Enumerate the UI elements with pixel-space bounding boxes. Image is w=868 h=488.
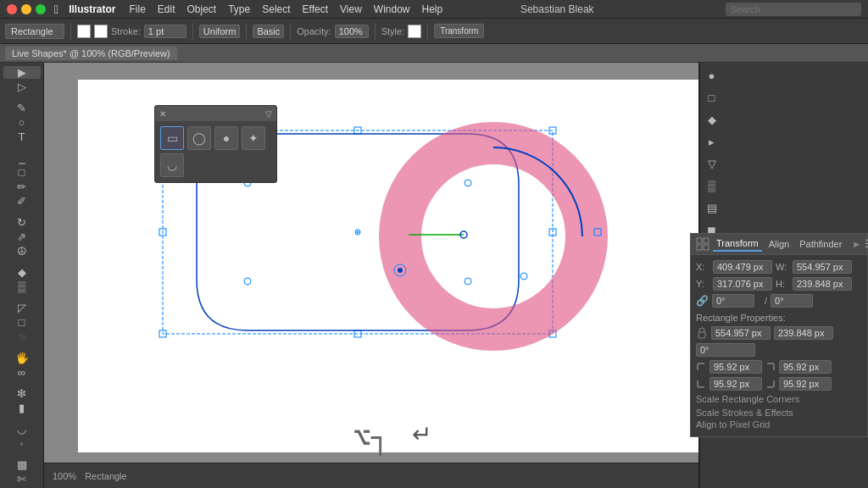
live-paint[interactable]: ▒ [3, 280, 41, 293]
stroke-color-box[interactable] [94, 25, 108, 38]
tp-grid-icon [696, 237, 709, 251]
tp-tab-transform[interactable]: Transform [713, 236, 762, 252]
svg-point-10 [244, 278, 251, 285]
tp-close-btn[interactable]: ☰ [865, 238, 868, 250]
line-tool[interactable]: ⎯ [3, 152, 41, 164]
shape-circle-btn[interactable]: ● [214, 126, 238, 150]
transform-panel-header: Transform Align Pathfinder ► ☰ [691, 234, 867, 255]
pencil-tool[interactable]: ✐ [3, 195, 41, 208]
transform-button[interactable]: Transform [434, 24, 484, 38]
toolbar-separator-6 [427, 23, 428, 40]
left-toolbar: ▶ ▷ ✎ ○ T ⎯ □ ✏ ✐ ↻ ⇗ ☮ ◆ ▒ ◸ □ ◾ 🖐 ∞ ❇ … [0, 63, 44, 488]
fill-color-box[interactable] [77, 25, 91, 38]
shapes-panel-expand[interactable]: ▽ [265, 109, 272, 119]
w-input[interactable] [793, 260, 852, 274]
corner3-input[interactable] [709, 377, 762, 391]
toolbar: Rectangle Stroke: 1 pt Uniform Basic Opa… [0, 19, 868, 44]
svg-point-16 [400, 143, 587, 330]
menu-select[interactable]: Select [262, 3, 290, 15]
corner2-input[interactable] [779, 360, 832, 374]
menu-edit[interactable]: Edit [158, 3, 175, 15]
menu-effect[interactable]: Effect [303, 3, 328, 15]
right-tool-6[interactable]: ▒ [693, 176, 731, 195]
paintbrush-tool[interactable]: ✏ [3, 180, 41, 193]
opacity-value[interactable]: 100% [335, 25, 369, 38]
corner4-input[interactable] [779, 377, 832, 391]
type-tool[interactable]: T [3, 130, 41, 143]
main-layout: ▶ ▷ ✎ ○ T ⎯ □ ✏ ✐ ↻ ⇗ ☮ ◆ ▒ ◸ □ ◾ 🖐 ∞ ❇ … [0, 63, 868, 488]
menu-file[interactable]: File [129, 3, 145, 15]
right-tool-3[interactable]: ◆ [693, 110, 731, 129]
align-to-grid-option[interactable]: Align to Pixel Grid [696, 419, 862, 430]
style-swatch[interactable] [408, 25, 421, 38]
eraser-tool[interactable]: ▩ [3, 458, 41, 471]
x-label: X: [696, 262, 709, 272]
canvas-paper[interactable]: ✕ ▽ ▭ ◯ ● ✦ ◡ [78, 80, 698, 452]
shapes-panel-close[interactable]: ✕ [159, 109, 166, 119]
right-tool-4[interactable]: ▸ [693, 132, 731, 151]
artboard-tool[interactable]: ◡ [3, 423, 41, 435]
close-button[interactable] [7, 4, 17, 14]
gradient-tool[interactable]: ◾ [3, 330, 41, 343]
shape-spiral-btn[interactable]: ◡ [160, 153, 184, 177]
mesh-tool[interactable]: □ [3, 316, 41, 329]
right-tool-2[interactable]: □ [693, 88, 731, 107]
right-tool-7[interactable]: ▤ [693, 198, 731, 217]
canvas-area[interactable]: ✕ ▽ ▭ ◯ ● ✦ ◡ [44, 63, 698, 488]
y-input[interactable] [713, 277, 772, 291]
scissors-tool[interactable]: ✄ [3, 473, 41, 485]
corner-icon-tr [765, 362, 776, 372]
warp-tool[interactable]: ☮ [3, 245, 41, 258]
fill-type[interactable]: Basic [253, 25, 284, 38]
tp-tab-pathfinder[interactable]: Pathfinder [796, 237, 845, 251]
menu-view[interactable]: View [340, 3, 362, 15]
rp-angle-input[interactable] [696, 343, 755, 357]
scale-tool[interactable]: ⇗ [3, 230, 41, 243]
maximize-button[interactable] [36, 4, 46, 14]
opacity-label: Opacity: [297, 26, 331, 36]
scale-corners-option[interactable]: Scale Rectangle Corners [696, 394, 862, 404]
h-input[interactable] [793, 277, 852, 291]
menu-object[interactable]: Object [187, 3, 217, 15]
angle2-input[interactable] [771, 294, 813, 308]
right-tool-1[interactable]: ● [693, 66, 731, 85]
shape-ellipse-btn[interactable]: ◯ [187, 126, 211, 150]
pen-tool[interactable]: ✎ [3, 102, 41, 114]
shape-rect-btn[interactable]: ▭ [160, 126, 184, 150]
rotate-tool[interactable]: ↻ [3, 216, 41, 229]
symbol-sprayer[interactable]: ❇ [3, 387, 41, 400]
stroke-type[interactable]: Uniform [199, 25, 241, 38]
tp-expand-icon[interactable]: ► [852, 239, 861, 249]
column-graph-tool[interactable]: ▮ [3, 402, 41, 414]
menu-help[interactable]: Help [422, 3, 443, 15]
right-tool-5[interactable]: ▽ [693, 154, 731, 173]
blend-tool[interactable]: ∞ [3, 366, 41, 379]
shape-builder[interactable]: ◆ [3, 266, 41, 279]
shape-star-btn[interactable]: ✦ [242, 126, 265, 150]
h-label: H: [776, 279, 789, 289]
menu-window[interactable]: Window [374, 3, 410, 15]
search-input[interactable] [726, 3, 861, 16]
stroke-value[interactable]: 1 pt [144, 25, 186, 38]
select-tool[interactable]: ▶ [3, 66, 41, 79]
tp-tab-align[interactable]: Align [765, 237, 793, 251]
rectangle-tool[interactable]: □ [3, 166, 41, 179]
direct-select-tool[interactable]: ▷ [3, 80, 41, 93]
toolbar-separator-5 [375, 23, 376, 40]
app-name: Illustrator [69, 3, 115, 15]
scale-strokes-option[interactable]: Scale Strokes & Effects [696, 408, 862, 418]
minimize-button[interactable] [21, 4, 31, 14]
menu-type[interactable]: Type [228, 3, 250, 15]
angle1-input[interactable] [712, 294, 754, 308]
tool-name: Rectangle [5, 24, 64, 39]
perspective-tool[interactable]: ◸ [3, 302, 41, 314]
alt-key-hint: ⌥┐ [337, 416, 405, 458]
slice-tool[interactable]: ◦ [3, 437, 41, 450]
eyedropper-tool[interactable]: 🖐 [3, 352, 41, 364]
rp-h-input[interactable] [774, 326, 833, 340]
rp-w-input[interactable] [711, 326, 771, 340]
tab-live-shapes[interactable]: Live Shapes* @ 100% (RGB/Preview) [5, 47, 177, 60]
x-input[interactable] [713, 260, 772, 274]
curvature-tool[interactable]: ○ [3, 116, 41, 129]
corner1-input[interactable] [709, 360, 762, 374]
